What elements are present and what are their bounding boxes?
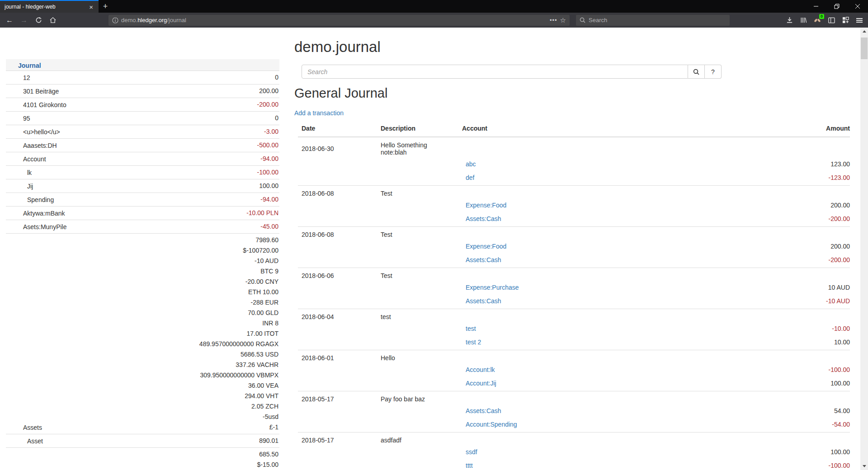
transaction-row[interactable]: 2018-06-08Test	[298, 186, 850, 200]
sidebar-journal-link[interactable]: Journal	[18, 62, 41, 69]
add-transaction-link[interactable]: Add a transaction	[294, 109, 344, 117]
posting-account-link[interactable]: Account:Spending	[466, 421, 517, 428]
new-tab-button[interactable]: +	[99, 0, 112, 13]
sidebar-account-link[interactable]: Asets:MunyPile	[6, 223, 260, 233]
browser-tab[interactable]: journal - hledger-web ×	[0, 0, 99, 13]
posting-amount: -100.00	[778, 460, 850, 470]
posting-row: Assets:Cash-10 AUD	[298, 295, 850, 309]
posting-account-link[interactable]: Expense:Purchase	[466, 284, 519, 291]
downloads-icon[interactable]	[784, 15, 794, 25]
scrollbar-thumb[interactable]	[861, 38, 868, 59]
page-scrollbar[interactable]	[860, 28, 868, 470]
tab-close-icon[interactable]: ×	[87, 3, 95, 11]
posting-account-cell: Account:Spending	[458, 418, 778, 432]
home-icon[interactable]	[47, 14, 59, 26]
sidebar-account-link[interactable]: lk	[6, 169, 257, 179]
posting-row: Account:Spending-54.00	[298, 418, 850, 432]
sidebar-account-row: Assets7989.60$-100720.00-10 AUDBTC 9-20.…	[6, 234, 279, 434]
posting-account-link[interactable]: tttt	[466, 462, 473, 469]
posting-spacer	[298, 460, 377, 470]
site-info-icon[interactable]	[112, 17, 118, 24]
reload-icon[interactable]	[33, 14, 44, 26]
posting-spacer	[298, 158, 377, 172]
posting-account-link[interactable]: Assets:Cash	[466, 215, 501, 222]
browser-search-input[interactable]: Search	[576, 15, 730, 26]
posting-spacer	[377, 418, 458, 432]
balance-amount: $-100720.00	[199, 245, 278, 256]
forward-icon[interactable]: →	[18, 14, 30, 26]
window-close-button[interactable]	[847, 0, 868, 13]
sidebar-account-balance: -94.00	[260, 152, 279, 165]
library-icon[interactable]	[798, 15, 808, 25]
posting-account-link[interactable]: test 2	[466, 338, 481, 346]
posting-account-link[interactable]: Assets:Cash	[466, 297, 501, 305]
transaction-row[interactable]: 2018-05-17asdfadf	[298, 432, 850, 446]
posting-account-link[interactable]: Expense:Food	[466, 243, 506, 250]
transaction-spacer	[778, 350, 850, 364]
scroll-down-icon[interactable]	[860, 462, 868, 470]
posting-account-cell: test 2	[458, 336, 778, 350]
window-minimize-button[interactable]	[806, 0, 826, 13]
transactions-table: Date Description Account Amount 2018-06-…	[298, 121, 850, 470]
posting-account-link[interactable]: Assets:Cash	[466, 407, 501, 414]
sidebar-account-link[interactable]: 12	[6, 74, 275, 84]
balance-amount: 0	[275, 113, 278, 123]
window-restore-button[interactable]	[826, 0, 847, 13]
page-actions-icon[interactable]: •••	[550, 17, 557, 24]
sidebar-account-link[interactable]: <u>hello</u>	[6, 128, 264, 138]
sidebar-account-link[interactable]: Account	[6, 155, 260, 165]
posting-account-cell: Assets:Cash	[458, 254, 778, 268]
search-help-button[interactable]: ?	[705, 65, 722, 79]
sidebar-account-link[interactable]: Assets	[6, 423, 199, 434]
transaction-spacer	[458, 268, 778, 282]
scroll-up-icon[interactable]	[860, 28, 868, 35]
bookmark-star-icon[interactable]: ☆	[560, 16, 566, 24]
balance-amount: -200.00	[257, 99, 278, 110]
posting-account-link[interactable]: def	[466, 174, 474, 181]
sidebar-account-link[interactable]: Jij	[6, 182, 259, 193]
posting-account-link[interactable]: Expense:Food	[466, 202, 506, 209]
url-bar[interactable]: demo.hledger.org/journal ••• ☆	[108, 15, 570, 26]
transaction-date: 2018-05-17	[298, 391, 377, 405]
menu-icon[interactable]	[854, 15, 864, 25]
sidebar-journal-row[interactable]: Journal	[6, 59, 279, 71]
transaction-row[interactable]: 2018-06-08Test	[298, 227, 850, 241]
journal-search-button[interactable]	[688, 65, 705, 79]
extension-icon[interactable]: 0	[812, 15, 822, 25]
sidebar-account-link[interactable]: Aaasets:DH	[6, 141, 257, 152]
posting-account-link[interactable]: ssdf	[466, 448, 477, 456]
posting-account-link[interactable]: test	[466, 325, 476, 332]
sidebar-toggle-icon[interactable]	[826, 15, 836, 25]
sidebar-account-link[interactable]: 4101 Girokonto	[6, 101, 257, 111]
apps-grid-icon[interactable]	[840, 15, 850, 25]
posting-spacer	[298, 446, 377, 460]
balance-amount: 5686.53 USD	[199, 349, 278, 360]
transaction-row[interactable]: 2018-06-01Hello	[298, 350, 850, 364]
sidebar-account-link[interactable]: 301 Beiträge	[6, 87, 259, 98]
posting-amount: -200.00	[778, 213, 850, 227]
transaction-row[interactable]: 2018-06-30Hello Something note:blah	[298, 137, 850, 158]
transaction-row[interactable]: 2018-05-17Pay foo bar baz	[298, 391, 850, 405]
sidebar-account-link[interactable]: 95	[6, 114, 275, 125]
posting-account-link[interactable]: abc	[466, 160, 476, 168]
balance-amount: 337.26 VACHR	[199, 360, 278, 370]
sidebar-account-link[interactable]: Spending	[6, 196, 260, 206]
back-icon[interactable]: ←	[4, 14, 15, 26]
posting-amount: 100.00	[778, 446, 850, 460]
posting-spacer	[298, 172, 377, 186]
amount-value: -200.00	[829, 256, 850, 263]
posting-account-link[interactable]: Account:Jij	[466, 380, 496, 387]
journal-search-input[interactable]	[302, 65, 688, 79]
transaction-description: Test	[377, 227, 458, 241]
posting-account-link[interactable]: Assets:Cash	[466, 256, 501, 263]
transaction-row[interactable]: 2018-06-04test	[298, 309, 850, 323]
sidebar-account-link[interactable]: Aktywa:mBank	[6, 209, 246, 220]
posting-spacer	[377, 199, 458, 213]
sidebar-account-link[interactable]: Asset	[6, 437, 259, 447]
sidebar-account-row: Account-94.00	[6, 152, 279, 166]
amount-value: -10 AUD	[826, 297, 850, 305]
transaction-date: 2018-06-04	[298, 309, 377, 323]
posting-account-link[interactable]: Account:lk	[466, 366, 495, 373]
transaction-row[interactable]: 2018-06-06Test	[298, 268, 850, 282]
page-title: demo.journal	[294, 38, 850, 56]
